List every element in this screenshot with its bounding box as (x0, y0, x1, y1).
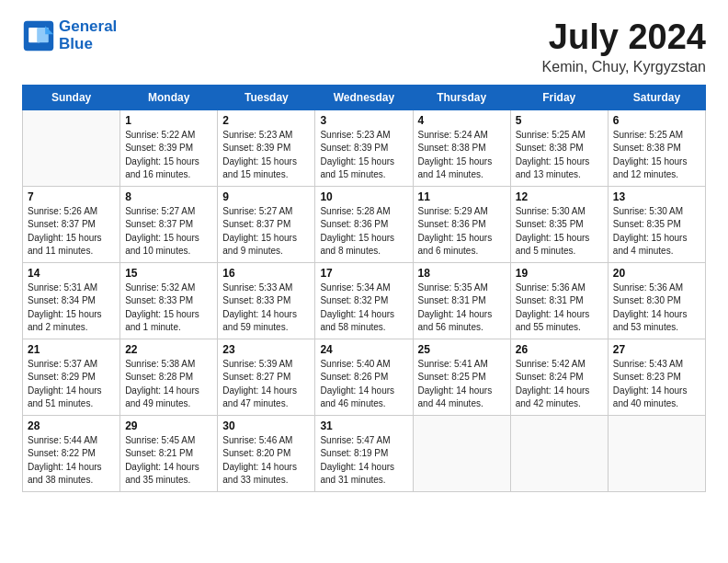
title-block: July 2024 Kemin, Chuy, Kyrgyzstan (542, 18, 706, 75)
week-row-3: 14Sunrise: 5:31 AMSunset: 8:34 PMDayligh… (23, 262, 706, 339)
day-number: 16 (222, 267, 310, 280)
day-number: 7 (28, 190, 115, 203)
logo: General Blue (22, 18, 117, 52)
day-number: 18 (418, 267, 506, 280)
header: General Blue July 2024 Kemin, Chuy, Kyrg… (22, 18, 706, 75)
calendar-cell: 18Sunrise: 5:35 AMSunset: 8:31 PMDayligh… (413, 262, 510, 339)
day-number: 28 (28, 419, 115, 432)
calendar-cell: 31Sunrise: 5:47 AMSunset: 8:19 PMDayligh… (315, 415, 413, 491)
day-info: Sunrise: 5:36 AMSunset: 8:30 PMDaylight:… (613, 282, 700, 335)
day-number: 29 (125, 419, 212, 432)
day-info: Sunrise: 5:23 AMSunset: 8:39 PMDaylight:… (222, 129, 310, 182)
calendar-cell (608, 415, 705, 491)
day-info: Sunrise: 5:30 AMSunset: 8:35 PMDaylight:… (516, 205, 603, 259)
day-info: Sunrise: 5:31 AMSunset: 8:34 PMDaylight:… (28, 282, 115, 335)
day-number: 12 (516, 190, 603, 203)
day-info: Sunrise: 5:37 AMSunset: 8:29 PMDaylight:… (28, 358, 115, 411)
calendar-cell: 29Sunrise: 5:45 AMSunset: 8:21 PMDayligh… (120, 415, 218, 491)
header-thursday: Thursday (413, 85, 510, 109)
page: General Blue July 2024 Kemin, Chuy, Kyrg… (0, 0, 728, 563)
calendar-cell: 28Sunrise: 5:44 AMSunset: 8:22 PMDayligh… (23, 415, 120, 491)
calendar-cell: 21Sunrise: 5:37 AMSunset: 8:29 PMDayligh… (23, 339, 120, 415)
day-number: 19 (516, 267, 603, 280)
day-info: Sunrise: 5:38 AMSunset: 8:28 PMDaylight:… (125, 358, 212, 411)
day-info: Sunrise: 5:40 AMSunset: 8:26 PMDaylight:… (320, 358, 407, 411)
day-number: 8 (125, 190, 212, 203)
day-number: 17 (320, 267, 407, 280)
calendar-cell: 15Sunrise: 5:32 AMSunset: 8:33 PMDayligh… (120, 262, 218, 339)
day-number: 6 (613, 114, 700, 127)
day-info: Sunrise: 5:35 AMSunset: 8:31 PMDaylight:… (418, 282, 506, 335)
calendar-cell: 26Sunrise: 5:42 AMSunset: 8:24 PMDayligh… (510, 339, 608, 415)
day-number: 25 (418, 343, 506, 356)
calendar-cell: 14Sunrise: 5:31 AMSunset: 8:34 PMDayligh… (23, 262, 120, 339)
header-sunday: Sunday (23, 85, 120, 109)
calendar-cell: 13Sunrise: 5:30 AMSunset: 8:35 PMDayligh… (608, 186, 705, 262)
day-info: Sunrise: 5:46 AMSunset: 8:20 PMDaylight:… (222, 434, 310, 488)
day-number: 27 (613, 343, 700, 356)
day-number: 31 (320, 419, 407, 432)
day-number: 15 (125, 267, 212, 280)
day-number: 9 (222, 190, 310, 203)
day-info: Sunrise: 5:47 AMSunset: 8:19 PMDaylight:… (320, 434, 407, 488)
week-row-4: 21Sunrise: 5:37 AMSunset: 8:29 PMDayligh… (23, 339, 706, 415)
calendar-cell: 22Sunrise: 5:38 AMSunset: 8:28 PMDayligh… (120, 339, 218, 415)
day-info: Sunrise: 5:45 AMSunset: 8:21 PMDaylight:… (125, 434, 212, 488)
day-number: 21 (28, 343, 115, 356)
day-info: Sunrise: 5:29 AMSunset: 8:36 PMDaylight:… (418, 205, 506, 259)
week-row-1: 1Sunrise: 5:22 AMSunset: 8:39 PMDaylight… (23, 109, 706, 186)
day-number: 30 (222, 419, 310, 432)
day-info: Sunrise: 5:32 AMSunset: 8:33 PMDaylight:… (125, 282, 212, 335)
day-info: Sunrise: 5:44 AMSunset: 8:22 PMDaylight:… (28, 434, 115, 488)
day-info: Sunrise: 5:25 AMSunset: 8:38 PMDaylight:… (516, 129, 603, 182)
calendar-cell: 2Sunrise: 5:23 AMSunset: 8:39 PMDaylight… (218, 109, 315, 186)
day-info: Sunrise: 5:39 AMSunset: 8:27 PMDaylight:… (222, 358, 310, 411)
week-row-2: 7Sunrise: 5:26 AMSunset: 8:37 PMDaylight… (23, 186, 706, 262)
day-info: Sunrise: 5:43 AMSunset: 8:23 PMDaylight:… (613, 358, 700, 411)
calendar-cell: 30Sunrise: 5:46 AMSunset: 8:20 PMDayligh… (218, 415, 315, 491)
calendar-cell: 9Sunrise: 5:27 AMSunset: 8:37 PMDaylight… (218, 186, 315, 262)
calendar-cell: 3Sunrise: 5:23 AMSunset: 8:39 PMDaylight… (315, 109, 413, 186)
header-wednesday: Wednesday (315, 85, 413, 109)
day-info: Sunrise: 5:27 AMSunset: 8:37 PMDaylight:… (125, 205, 212, 259)
logo-text: General Blue (59, 18, 117, 52)
header-monday: Monday (120, 85, 218, 109)
day-info: Sunrise: 5:23 AMSunset: 8:39 PMDaylight:… (320, 129, 407, 182)
calendar-cell (23, 109, 120, 186)
day-info: Sunrise: 5:22 AMSunset: 8:39 PMDaylight:… (125, 129, 212, 182)
logo-icon (22, 19, 55, 52)
calendar-cell: 23Sunrise: 5:39 AMSunset: 8:27 PMDayligh… (218, 339, 315, 415)
day-number: 5 (516, 114, 603, 127)
calendar-cell: 16Sunrise: 5:33 AMSunset: 8:33 PMDayligh… (218, 262, 315, 339)
calendar-cell: 24Sunrise: 5:40 AMSunset: 8:26 PMDayligh… (315, 339, 413, 415)
calendar-cell (510, 415, 608, 491)
day-number: 1 (125, 114, 212, 127)
day-number: 11 (418, 190, 506, 203)
subtitle: Kemin, Chuy, Kyrgyzstan (542, 59, 706, 75)
header-friday: Friday (510, 85, 608, 109)
calendar-cell: 19Sunrise: 5:36 AMSunset: 8:31 PMDayligh… (510, 262, 608, 339)
main-title: July 2024 (542, 18, 706, 57)
day-info: Sunrise: 5:24 AMSunset: 8:38 PMDaylight:… (418, 129, 506, 182)
day-info: Sunrise: 5:42 AMSunset: 8:24 PMDaylight:… (516, 358, 603, 411)
calendar-cell: 4Sunrise: 5:24 AMSunset: 8:38 PMDaylight… (413, 109, 510, 186)
calendar-header-row: SundayMondayTuesdayWednesdayThursdayFrid… (23, 85, 706, 109)
day-number: 3 (320, 114, 407, 127)
calendar-cell: 1Sunrise: 5:22 AMSunset: 8:39 PMDaylight… (120, 109, 218, 186)
calendar-cell: 25Sunrise: 5:41 AMSunset: 8:25 PMDayligh… (413, 339, 510, 415)
calendar-cell: 6Sunrise: 5:25 AMSunset: 8:38 PMDaylight… (608, 109, 705, 186)
day-number: 4 (418, 114, 506, 127)
day-number: 22 (125, 343, 212, 356)
calendar-cell: 27Sunrise: 5:43 AMSunset: 8:23 PMDayligh… (608, 339, 705, 415)
day-number: 23 (222, 343, 310, 356)
day-info: Sunrise: 5:26 AMSunset: 8:37 PMDaylight:… (28, 205, 115, 259)
calendar-cell: 11Sunrise: 5:29 AMSunset: 8:36 PMDayligh… (413, 186, 510, 262)
day-number: 2 (222, 114, 310, 127)
calendar-cell: 12Sunrise: 5:30 AMSunset: 8:35 PMDayligh… (510, 186, 608, 262)
day-info: Sunrise: 5:27 AMSunset: 8:37 PMDaylight:… (222, 205, 310, 259)
day-number: 24 (320, 343, 407, 356)
day-number: 13 (613, 190, 700, 203)
calendar: SundayMondayTuesdayWednesdayThursdayFrid… (22, 85, 706, 492)
day-number: 14 (28, 267, 115, 280)
week-row-5: 28Sunrise: 5:44 AMSunset: 8:22 PMDayligh… (23, 415, 706, 491)
